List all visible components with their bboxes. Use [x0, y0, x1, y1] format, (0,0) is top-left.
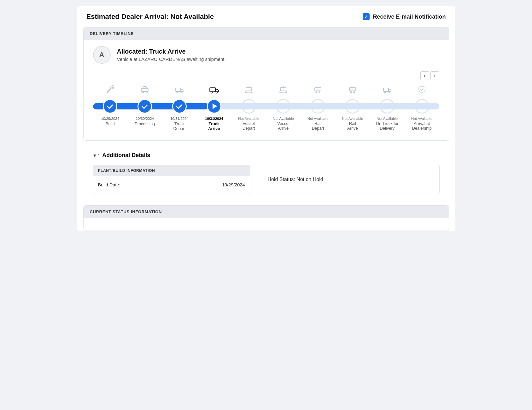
step-name-vessel-depart: Vessel: [243, 121, 254, 126]
step-circle-col-vessel-arrive: [266, 99, 301, 114]
step-name-vessel-arrive: Vessel: [277, 121, 289, 126]
svg-rect-7: [210, 88, 215, 92]
svg-point-8: [211, 92, 212, 93]
step-circle-col-on-truck: [370, 99, 405, 114]
step-name2-truck-depart: Depart: [173, 126, 185, 131]
step-name2-vessel-depart: Depart: [243, 126, 255, 131]
step-name-build: Build: [106, 121, 115, 126]
additional-details-header: ▼ ˅ Additional Details: [93, 152, 440, 159]
hold-status-text: Hold Status: Not on Hold: [268, 177, 323, 182]
step-name-arrival-dealership: Arrival at Dealership: [405, 121, 439, 131]
step-name2-rail-depart: Depart: [312, 126, 324, 131]
svg-rect-10: [246, 88, 252, 91]
svg-point-6: [181, 91, 182, 93]
step-name-rail-arrive: Rail: [349, 121, 356, 126]
svg-rect-4: [176, 88, 181, 91]
step-icon-on-truck: [383, 83, 392, 96]
svg-rect-1: [141, 88, 148, 91]
step-icon-rail-arrive: [348, 83, 357, 96]
step-na-vessel-depart: Not Available: [238, 117, 259, 120]
step-label-truck-arrive: 10/31/2024TruckArrive: [197, 117, 231, 131]
svg-point-3: [146, 91, 148, 93]
svg-rect-22: [383, 88, 389, 91]
step-name-on-truck: On Truck for Delivery: [371, 121, 404, 131]
current-status-section: CURRENT STATUS INFORMATION: [83, 205, 449, 231]
svg-point-9: [216, 92, 217, 93]
step-icon-col-rail-depart: [301, 83, 335, 96]
status-text: Allocated: Truck Arrive Vehicle at LAZAR…: [117, 48, 226, 62]
step-date-truck-arrive: 10/31/2024: [205, 117, 223, 120]
svg-point-5: [177, 91, 178, 93]
timeline-content: A Allocated: Truck Arrive Vehicle at LAZ…: [84, 40, 449, 140]
current-status-body: [84, 218, 449, 231]
step-circle-build[interactable]: [103, 99, 117, 114]
expand-arrow-2[interactable]: ˅: [97, 153, 100, 158]
step-circle-rail-arrive: [345, 99, 360, 114]
step-na-rail-arrive: Not Available: [342, 117, 363, 120]
page-container: Estimated Dealer Arrival: Not Available …: [77, 6, 455, 231]
plant-build-card-header: PLANT/BUILD INFORMATION: [93, 165, 250, 176]
email-notification-label: Receive E-mail Notification: [373, 14, 446, 20]
expand-arrows[interactable]: ▼ ˅: [93, 153, 100, 158]
step-circle-truck-arrive[interactable]: [207, 99, 221, 114]
step-name2-truck-arrive: Arrive: [208, 126, 220, 131]
timeline-nav-arrows: ‹ ›: [93, 71, 439, 80]
status-row: A Allocated: Truck Arrive Vehicle at LAZ…: [93, 46, 439, 64]
plant-build-card-body: Build Date: 10/29/2024: [93, 176, 250, 194]
estimated-arrival: Estimated Dealer Arrival: Not Available: [86, 13, 214, 21]
step-name-processing: Processing: [135, 121, 155, 126]
step-name-truck-arrive: Truck: [208, 121, 219, 126]
svg-rect-17: [349, 88, 356, 91]
step-icon-col-on-truck: [370, 83, 405, 96]
top-bar: Estimated Dealer Arrival: Not Available …: [77, 6, 455, 27]
progress-bar-row: [93, 98, 439, 114]
step-circle-on-truck: [380, 99, 395, 114]
build-date-value: 10/29/2024: [222, 182, 245, 187]
status-description: Vehicle at LAZARO CARDENAS awaiting ship…: [117, 56, 226, 62]
step-name2-vessel-arrive: Arrive: [278, 126, 289, 131]
timeline-section-header: DELIVERY TIMELINE: [84, 27, 449, 40]
step-date-truck-depart: 10/31/2024: [170, 117, 189, 120]
build-date-row: Build Date: 10/29/2024: [98, 181, 245, 189]
step-name2-rail-arrive: Arrive: [347, 126, 358, 131]
step-circle-processing[interactable]: [137, 99, 152, 114]
step-icon-rail-depart: [313, 83, 322, 96]
step-name-truck-depart: Truck: [174, 121, 184, 126]
step-name-rail-depart: Rail: [314, 121, 321, 126]
additional-details: ▼ ˅ Additional Details PLANT/BUILD INFOR…: [83, 147, 449, 199]
step-circle-truck-depart[interactable]: [172, 99, 187, 114]
step-icon-processing: [140, 83, 149, 96]
step-label-vessel-arrive: Not AvailableVesselArrive: [266, 117, 301, 131]
step-label-arrival-dealership: Not AvailableArrival at Dealership: [405, 117, 439, 131]
expand-arrow-1[interactable]: ▼: [93, 153, 97, 158]
step-label-build: 10/29/2024Build: [93, 117, 128, 131]
step-icon-col-build: [93, 83, 128, 96]
svg-point-23: [384, 91, 386, 93]
delivery-timeline-section: DELIVERY TIMELINE A Allocated: Truck Arr…: [83, 27, 449, 141]
nav-arrow-left[interactable]: ‹: [420, 71, 429, 80]
step-na-vessel-arrive: Not Available: [273, 117, 294, 120]
additional-details-title: Additional Details: [102, 152, 150, 159]
step-icon-col-vessel-depart: [231, 83, 266, 96]
step-icon-col-processing: [127, 83, 162, 96]
current-status-header: CURRENT STATUS INFORMATION: [84, 206, 449, 218]
hold-status-card: Hold Status: Not on Hold: [260, 165, 440, 194]
step-label-rail-arrive: Not AvailableRailArrive: [335, 117, 370, 131]
nav-arrow-right[interactable]: ›: [430, 71, 439, 80]
labels-row: 10/29/2024Build10/30/2024Processing10/31…: [93, 117, 439, 131]
step-circle-vessel-depart: [242, 99, 256, 114]
step-icon-truck-depart: [175, 83, 184, 96]
status-title: Allocated: Truck Arrive: [117, 48, 226, 55]
step-circle-arrival-dealership: [415, 99, 429, 114]
step-circle-col-rail-depart: [301, 99, 335, 114]
status-avatar: A: [93, 46, 111, 64]
step-circle-col-arrival-dealership: [405, 99, 439, 114]
svg-point-0: [112, 87, 114, 89]
step-icon-col-vessel-arrive: [266, 83, 301, 96]
step-circle-col-vessel-depart: [231, 99, 266, 114]
email-notification-checkbox[interactable]: [363, 13, 370, 20]
step-icon-vessel-depart: [244, 83, 253, 96]
step-date-build: 10/29/2024: [101, 117, 120, 120]
svg-rect-12: [315, 88, 321, 91]
step-icon-col-rail-arrive: [335, 83, 370, 96]
